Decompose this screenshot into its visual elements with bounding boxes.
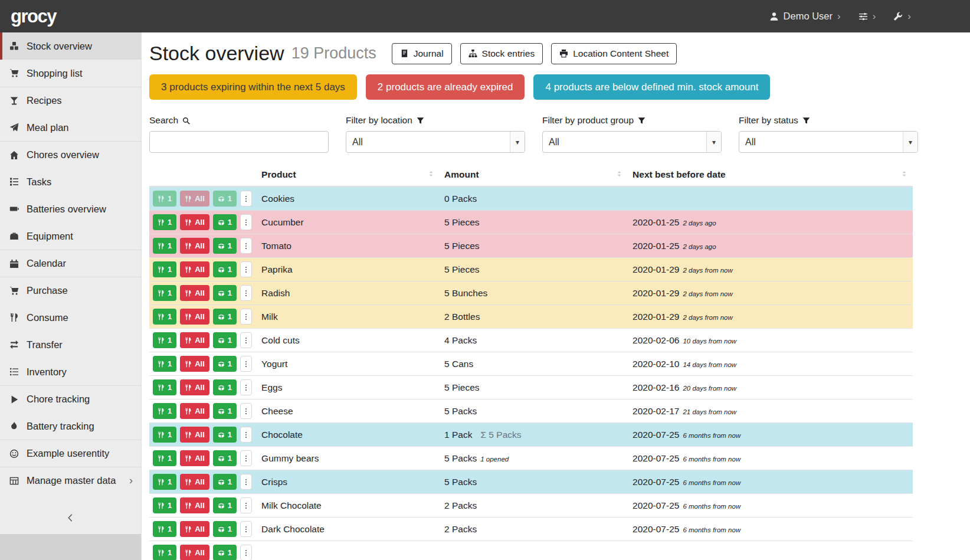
row-menu-button[interactable] — [240, 545, 252, 560]
open-one-button[interactable]: 1 — [213, 356, 237, 372]
consume-one-button[interactable]: 1 — [153, 427, 176, 443]
row-menu-button[interactable] — [240, 191, 252, 207]
open-one-button[interactable]: 1 — [213, 474, 237, 490]
consume-all-button[interactable]: All — [180, 450, 209, 466]
sidebar-item-batteries-overview[interactable]: Batteries overview — [0, 195, 141, 222]
open-one-button[interactable]: 1 — [213, 379, 237, 395]
sidebar-item-calendar[interactable]: Calendar — [0, 250, 141, 277]
sidebar-item-chores-overview[interactable]: Chores overview — [0, 141, 141, 168]
journal-button[interactable]: Journal — [392, 43, 452, 64]
user-menu[interactable]: Demo User › — [769, 11, 841, 22]
consume-all-button[interactable]: All — [180, 332, 209, 348]
stock-entries-button[interactable]: Stock entries — [460, 43, 543, 64]
consume-all-button[interactable]: All — [180, 356, 209, 372]
open-one-button[interactable]: 1 — [213, 427, 237, 443]
open-one-button[interactable]: 1 — [213, 191, 237, 207]
row-menu-button[interactable] — [240, 474, 252, 490]
consume-all-button[interactable]: All — [180, 521, 209, 537]
consume-all-button[interactable]: All — [180, 285, 209, 301]
consume-one-button[interactable]: 1 — [153, 285, 176, 301]
open-one-button[interactable]: 1 — [213, 545, 237, 560]
row-menu-button[interactable] — [240, 332, 252, 348]
consume-all-button[interactable]: All — [180, 379, 209, 395]
banner-expiring-soon[interactable]: 3 products expiring within the next 5 da… — [149, 74, 357, 100]
location-content-sheet-button[interactable]: Location Content Sheet — [551, 43, 677, 64]
sidebar-item-transfer[interactable]: Transfer — [0, 331, 141, 358]
consume-all-button[interactable]: All — [180, 427, 209, 443]
row-menu-button[interactable] — [240, 521, 252, 537]
consume-one-button[interactable]: 1 — [153, 545, 176, 560]
sidebar-item-stock-overview[interactable]: Stock overview — [0, 32, 141, 60]
settings-menu[interactable]: › — [858, 11, 876, 21]
row-menu-button[interactable] — [240, 497, 252, 513]
open-one-button[interactable]: 1 — [213, 497, 237, 513]
consume-one-button[interactable]: 1 — [153, 474, 176, 490]
filter-by-status-select[interactable]: All — [739, 131, 918, 153]
sidebar-item-equipment[interactable]: Equipment — [0, 222, 141, 250]
sidebar-item-example-userentity[interactable]: Example userentity — [0, 440, 141, 467]
open-one-button[interactable]: 1 — [213, 309, 237, 325]
row-menu-button[interactable] — [240, 450, 252, 466]
row-menu-button[interactable] — [240, 238, 252, 254]
consume-all-button[interactable]: All — [180, 238, 209, 254]
consume-all-button[interactable]: All — [180, 214, 209, 230]
open-one-button[interactable]: 1 — [213, 450, 237, 466]
consume-one-button[interactable]: 1 — [153, 214, 176, 230]
column-header-bbd[interactable]: Next best before date — [628, 165, 913, 186]
banner-already-expired[interactable]: 2 products are already expired — [366, 74, 525, 100]
sidebar-collapse-button[interactable] — [0, 501, 141, 534]
row-menu-button[interactable] — [240, 356, 252, 372]
consume-one-button[interactable]: 1 — [153, 309, 176, 325]
consume-one-button[interactable]: 1 — [153, 403, 176, 419]
consume-all-button[interactable]: All — [180, 403, 209, 419]
open-one-button[interactable]: 1 — [213, 214, 237, 230]
sidebar-item-battery-tracking[interactable]: Battery tracking — [0, 412, 141, 440]
row-menu-button[interactable] — [240, 379, 252, 395]
open-one-button[interactable]: 1 — [213, 261, 237, 277]
consume-one-button[interactable]: 1 — [153, 379, 176, 395]
open-one-button[interactable]: 1 — [213, 238, 237, 254]
consume-one-button[interactable]: 1 — [153, 521, 176, 537]
sidebar-item-manage-master-data[interactable]: Manage master data› — [0, 467, 141, 494]
sidebar-item-meal-plan[interactable]: Meal plan — [0, 114, 141, 141]
row-menu-button[interactable] — [240, 214, 252, 230]
column-header-product[interactable]: Product — [257, 165, 440, 186]
consume-one-button[interactable]: 1 — [153, 238, 176, 254]
admin-menu[interactable]: › — [893, 11, 911, 21]
consume-all-button[interactable]: All — [180, 497, 209, 513]
consume-one-button[interactable]: 1 — [153, 356, 176, 372]
row-menu-button[interactable] — [240, 403, 252, 419]
consume-one-button[interactable]: 1 — [153, 332, 176, 348]
product-count: 19 Products — [291, 44, 376, 63]
sidebar-item-recipes[interactable]: Recipes — [0, 87, 141, 114]
sidebar-item-tasks[interactable]: Tasks — [0, 168, 141, 195]
filter-by-product-group-select[interactable]: All — [542, 131, 722, 153]
consume-all-button[interactable]: All — [180, 545, 209, 560]
open-one-button[interactable]: 1 — [213, 403, 237, 419]
sidebar-item-inventory[interactable]: Inventory — [0, 358, 141, 385]
filter-by-location-select[interactable]: All — [346, 131, 525, 153]
row-menu-button[interactable] — [240, 285, 252, 301]
consume-all-button[interactable]: All — [180, 261, 209, 277]
sidebar-item-shopping-list[interactable]: Shopping list — [0, 60, 141, 87]
sidebar-item-purchase[interactable]: Purchase — [0, 277, 141, 304]
open-one-button[interactable]: 1 — [213, 521, 237, 537]
open-one-button[interactable]: 1 — [213, 332, 237, 348]
column-header-amount[interactable]: Amount — [440, 165, 628, 186]
row-menu-button[interactable] — [240, 309, 252, 325]
consume-one-button[interactable]: 1 — [153, 450, 176, 466]
consume-one-button[interactable]: 1 — [153, 261, 176, 277]
row-menu-button[interactable] — [240, 261, 252, 277]
banner-below-min-stock[interactable]: 4 products are below defined min. stock … — [533, 74, 770, 100]
consume-one-button[interactable]: 1 — [153, 497, 176, 513]
consume-one-button[interactable]: 1 — [153, 191, 176, 207]
sidebar-item-consume[interactable]: Consume — [0, 304, 141, 331]
ellipsis-v-icon — [242, 549, 250, 556]
row-menu-button[interactable] — [240, 427, 252, 443]
sidebar-item-chore-tracking[interactable]: Chore tracking — [0, 385, 141, 412]
consume-all-button[interactable]: All — [180, 309, 209, 325]
consume-all-button[interactable]: All — [180, 474, 209, 490]
open-one-button[interactable]: 1 — [213, 285, 237, 301]
search-input[interactable] — [149, 131, 329, 153]
consume-all-button[interactable]: All — [180, 191, 209, 207]
